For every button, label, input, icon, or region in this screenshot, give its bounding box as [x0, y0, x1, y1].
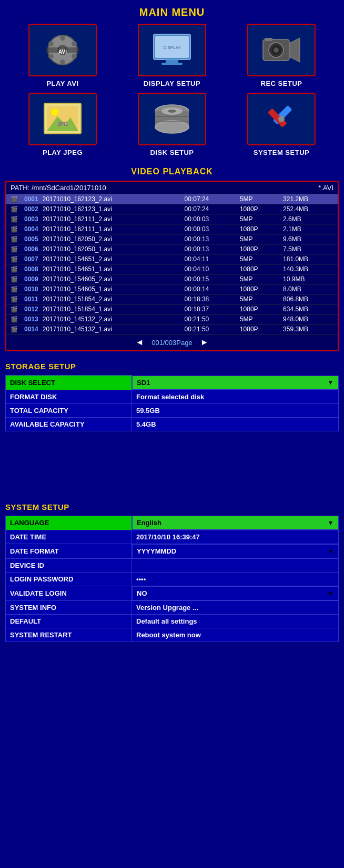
file-duration: 00:04:10 [183, 264, 238, 274]
file-num: 0009 [22, 274, 41, 284]
dropdown-arrow-sys-2: ▼ [328, 548, 334, 555]
file-size: 2.1MB [281, 224, 338, 234]
file-row-0009[interactable]: 🎬 0009 20171010_154605_2.avi 00:00:15 5M… [6, 274, 338, 284]
system-value-8: Reboot system now [132, 628, 339, 642]
file-name: 20171010_162050_1.avi [41, 244, 183, 254]
menu-item-rec-setup[interactable]: REC SETUP [229, 24, 333, 87]
file-row-0014[interactable]: 🎬 0014 20171010_145132_1.avi 00:21:50 10… [6, 324, 338, 334]
file-row-0010[interactable]: 🎬 0010 20171010_154605_1.avi 00:00:14 10… [6, 284, 338, 294]
system-setup-table: LANGUAGE English▼ DATE TIME 2017/10/10 1… [5, 516, 339, 643]
file-num: 0005 [22, 234, 41, 244]
file-icon: 🎬 [11, 226, 18, 232]
menu-item-play-avi[interactable]: AVI PLAY AVI [11, 24, 115, 87]
file-name: 20171010_154605_1.avi [41, 284, 183, 294]
menu-item-play-jpeg[interactable]: JPG PLAY JPEG [11, 93, 115, 156]
file-icon: 🎬 [11, 326, 18, 332]
system-label-7: DEFAULT [6, 615, 132, 628]
menu-item-system-setup[interactable]: SYSTEM SETUP [229, 93, 333, 156]
file-size: 806.8MB [281, 294, 338, 304]
storage-setup-title: STORAGE SETUP [5, 362, 339, 371]
file-icon-cell: 🎬 [6, 224, 22, 234]
file-row-0003[interactable]: 🎬 0003 20171010_162111_2.avi 00:00:03 5M… [6, 214, 338, 224]
storage-row-3: AVAILABLE CAPACITY 5.4GB [6, 417, 339, 431]
svg-rect-21 [265, 38, 272, 41]
file-name: 20171010_145132_2.avi [41, 314, 183, 324]
file-row-0011[interactable]: 🎬 0011 20171010_151854_2.avi 00:18:38 5M… [6, 294, 338, 304]
storage-value-3: 5.4GB [132, 417, 339, 431]
file-duration: 00:18:38 [183, 294, 238, 304]
disk-setup-label: DISK SETUP [150, 149, 194, 156]
file-icon-cell: 🎬 [6, 204, 22, 214]
prev-page-btn[interactable]: ◄ [135, 338, 144, 347]
menu-item-display-setup[interactable]: DISPLAY DISPLAY SETUP [120, 24, 224, 87]
storage-row-0[interactable]: DISK SELECT SD1▼ [6, 376, 339, 390]
svg-text:DISPLAY: DISPLAY [163, 45, 181, 50]
storage-label-2: TOTAL CAPACITY [6, 403, 132, 417]
file-row-0008[interactable]: 🎬 0008 20171010_154651_1.avi 00:04:10 10… [6, 264, 338, 274]
spacer [0, 434, 344, 497]
system-setup-section: SYSTEM SETUP LANGUAGE English▼ DATE TIME… [0, 497, 344, 645]
file-size: 321.2MB [281, 194, 338, 204]
file-num: 0010 [22, 284, 41, 294]
system-setup-title: SYSTEM SETUP [5, 502, 339, 511]
file-res: 1080P [238, 324, 281, 334]
svg-point-4 [60, 60, 65, 65]
file-icon: 🎬 [11, 266, 18, 272]
file-icon-cell: 🎬 [6, 264, 22, 274]
file-duration: 00:21:50 [183, 324, 238, 334]
file-res: 1080P [238, 204, 281, 214]
system-row-0[interactable]: LANGUAGE English▼ [6, 516, 339, 530]
file-duration: 00:00:13 [183, 244, 238, 254]
main-menu: MAIN MENU AVI PLAY AVI [0, 0, 344, 164]
page-nav: ◄ 001/003Page ► [6, 334, 338, 350]
file-duration: 00:00:13 [183, 234, 238, 244]
storage-row-1: FORMAT DISK Format selected disk [6, 390, 339, 403]
storage-value-0[interactable]: SD1▼ [132, 376, 339, 390]
system-row-2[interactable]: DATE FORMAT YYYYMMDD▼ [6, 544, 339, 559]
file-row-0007[interactable]: 🎬 0007 20171010_154651_2.avi 00:04:11 5M… [6, 254, 338, 264]
filter-text: *.AVI [318, 184, 333, 192]
file-duration: 00:07:24 [183, 204, 238, 214]
system-value-2[interactable]: YYYYMMDD▼ [132, 544, 339, 558]
storage-row-2: TOTAL CAPACITY 59.5GB [6, 403, 339, 417]
play-jpeg-label: PLAY JPEG [43, 149, 83, 156]
file-row-0001[interactable]: 🎬 0001 20171010_162123_2.avi 00:07:24 5M… [6, 194, 338, 204]
rec-setup-icon-box [247, 24, 316, 76]
storage-label-3: AVAILABLE CAPACITY [6, 417, 132, 431]
system-row-8: SYSTEM RESTART Reboot system now [6, 628, 339, 642]
system-value-0[interactable]: English▼ [132, 516, 339, 530]
file-name: 20171010_151854_1.avi [41, 304, 183, 314]
display-setup-label: DISPLAY SETUP [144, 80, 200, 87]
disk-setup-icon-box [138, 93, 206, 145]
file-icon: 🎬 [11, 276, 18, 282]
file-duration: 00:18:37 [183, 304, 238, 314]
file-icon-cell: 🎬 [6, 244, 22, 254]
next-page-btn[interactable]: ► [200, 338, 209, 347]
file-icon: 🎬 [11, 286, 18, 292]
file-row-0012[interactable]: 🎬 0012 20171010_151854_1.avi 00:18:37 10… [6, 304, 338, 314]
system-label-0: LANGUAGE [6, 516, 132, 530]
monitor-icon: DISPLAY [151, 32, 193, 68]
menu-item-disk-setup[interactable]: DISK SETUP [120, 93, 224, 156]
file-row-0013[interactable]: 🎬 0013 20171010_145132_2.avi 00:21:50 5M… [6, 314, 338, 324]
system-row-5[interactable]: VALIDATE LOGIN NO▼ [6, 586, 339, 601]
storage-setup-section: STORAGE SETUP DISK SELECT SD1▼ FORMAT DI… [0, 357, 344, 434]
tools-icon [260, 101, 302, 137]
file-table: 🎬 0001 20171010_162123_2.avi 00:07:24 5M… [6, 194, 338, 334]
system-value-1: 2017/10/10 16:39:47 [132, 530, 339, 544]
system-label-5: VALIDATE LOGIN [6, 586, 132, 601]
file-name: 20171010_154651_1.avi [41, 264, 183, 274]
file-num: 0008 [22, 264, 41, 274]
disk-icon [151, 101, 193, 137]
system-value-5[interactable]: NO▼ [132, 586, 339, 600]
file-row-0006[interactable]: 🎬 0006 20171010_162050_1.avi 00:00:13 10… [6, 244, 338, 254]
file-row-0002[interactable]: 🎬 0002 20171010_162123_1.avi 00:07:24 10… [6, 204, 338, 214]
system-label-6: SYSTEM INFO [6, 601, 132, 615]
file-row-0004[interactable]: 🎬 0004 20171010_162111_1.avi 00:00:03 10… [6, 224, 338, 234]
file-row-0005[interactable]: 🎬 0005 20171010_162050_2.avi 00:00:13 5M… [6, 234, 338, 244]
file-res: 5MP [238, 294, 281, 304]
dropdown-arrow-sys-0: ▼ [328, 519, 334, 527]
system-label-8: SYSTEM RESTART [6, 628, 132, 642]
file-duration: 00:00:15 [183, 274, 238, 284]
storage-label-0: DISK SELECT [6, 376, 132, 390]
